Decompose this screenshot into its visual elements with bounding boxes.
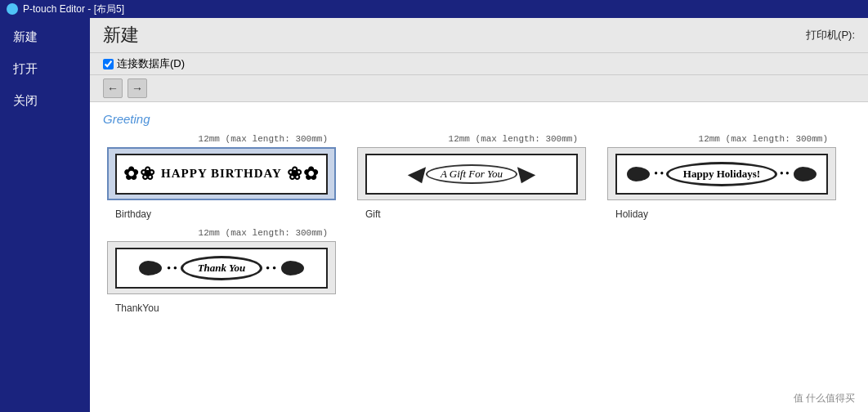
gift-name: Gift: [365, 208, 381, 220]
printer-label: 打印机(P):: [806, 28, 855, 43]
title-bar: P-touch Editor - [布局5]: [0, 0, 868, 18]
birthday-flower-left-icon: ✿❀: [123, 163, 156, 185]
watermark: 值 什么值得买: [794, 392, 855, 405]
nav-row: ← →: [90, 75, 868, 102]
app-logo: [7, 3, 18, 15]
templates-area: Greeting 12mm (max length: 300mm) ✿❀ HAP…: [90, 102, 868, 412]
gift-text: A Gift For You: [426, 164, 517, 184]
gift-preview[interactable]: ◀ A Gift For You ◀: [357, 147, 586, 200]
template-block-holiday: 12mm (max length: 300mm) • • Happy Holid…: [603, 134, 840, 222]
db-connect-label: 连接数据库(D): [117, 56, 185, 71]
holiday-deco-right-icon: [794, 167, 817, 181]
holiday-size-label: 12mm (max length: 300mm): [699, 134, 828, 144]
birthday-preview[interactable]: ✿❀ HAPPY BIRTHDAY ❀✿: [107, 147, 336, 200]
thankyou-deco-left-icon: [139, 261, 162, 275]
holiday-preview[interactable]: • • Happy Holidays! • •: [607, 147, 836, 200]
sidebar-item-open[interactable]: 打开: [0, 53, 90, 85]
template-block-birthday: 12mm (max length: 300mm) ✿❀ HAPPY BIRTHD…: [103, 134, 340, 222]
thankyou-size-label: 12mm (max length: 300mm): [199, 228, 328, 238]
birthday-name: Birthday: [115, 208, 151, 220]
gift-arrow-right-icon: ◀: [521, 161, 537, 186]
nav-back-button[interactable]: ←: [103, 78, 123, 98]
holiday-name: Holiday: [615, 208, 648, 220]
holiday-dot-right: • •: [780, 168, 789, 180]
thankyou-text: Thank You: [181, 256, 263, 280]
thankyou-name: ThankYou: [115, 302, 159, 314]
top-bar: 新建 打印机(P):: [90, 18, 868, 53]
nav-forward-button[interactable]: →: [128, 78, 147, 98]
birthday-size-label: 12mm (max length: 300mm): [199, 134, 328, 144]
thankyou-preview[interactable]: • • Thank You • •: [107, 241, 336, 294]
gift-arrow-left-icon: ◀: [406, 161, 423, 186]
sidebar-item-close[interactable]: 关闭: [0, 85, 90, 117]
gift-inner-preview: ◀ A Gift For You ◀: [365, 154, 578, 195]
template-block-thankyou: 12mm (max length: 300mm) • • Thank You •…: [103, 228, 340, 316]
birthday-text: HAPPY BIRTHDAY: [161, 167, 282, 181]
template-row-2: 12mm (max length: 300mm) • • Thank You •…: [103, 228, 855, 316]
thankyou-dot-right: • •: [266, 262, 275, 275]
db-connect-checkbox[interactable]: [103, 59, 114, 69]
gift-size-label: 12mm (max length: 300mm): [449, 134, 578, 144]
sidebar: 新建 打开 关闭: [0, 18, 90, 412]
template-block-gift: 12mm (max length: 300mm) ◀ A Gift For Yo…: [353, 134, 590, 222]
db-connect-checkbox-row[interactable]: 连接数据库(D): [103, 56, 185, 71]
toolbar-row: 连接数据库(D): [90, 53, 868, 75]
holiday-dot-left: • •: [654, 168, 663, 180]
page-title: 新建: [103, 23, 139, 47]
holiday-text: Happy Holidays!: [666, 162, 777, 186]
content-area: 新建 打印机(P): 连接数据库(D) ← → Greeting 12mm (m…: [90, 18, 868, 412]
birthday-flower-right-icon: ❀✿: [287, 163, 320, 185]
holiday-inner-preview: • • Happy Holidays! • •: [615, 154, 828, 195]
template-row-1: 12mm (max length: 300mm) ✿❀ HAPPY BIRTHD…: [103, 134, 855, 222]
sidebar-item-new[interactable]: 新建: [0, 21, 90, 53]
birthday-inner-preview: ✿❀ HAPPY BIRTHDAY ❀✿: [115, 154, 328, 195]
holiday-deco-left-icon: [627, 167, 650, 181]
thankyou-dot-left: • •: [167, 262, 177, 275]
thankyou-inner-preview: • • Thank You • •: [115, 248, 328, 289]
section-title: Greeting: [103, 112, 855, 126]
title-text: P-touch Editor - [布局5]: [23, 2, 124, 16]
thankyou-deco-right-icon: [281, 261, 304, 275]
